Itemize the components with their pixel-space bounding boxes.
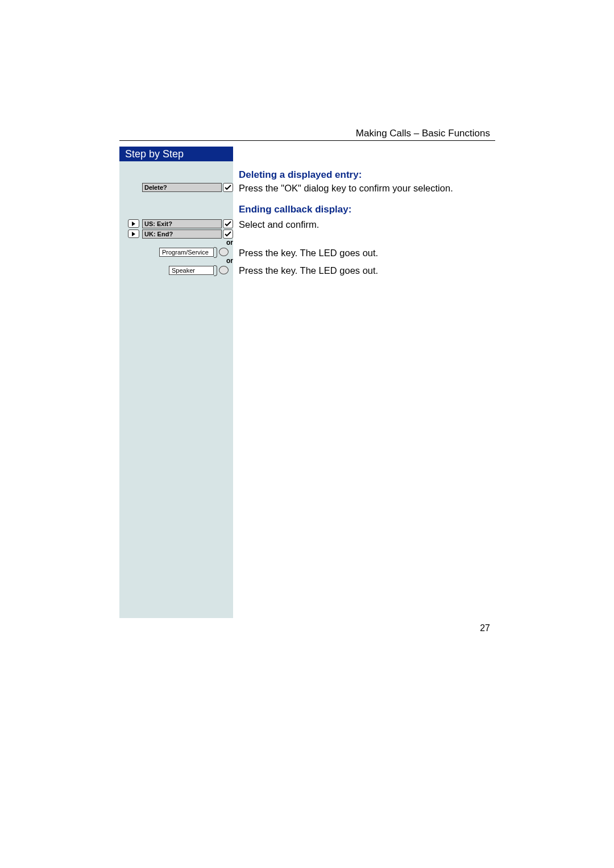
- header-rule: [119, 140, 495, 141]
- connector-or: or: [226, 257, 233, 265]
- text-press-led-2: Press the key. The LED goes out.: [239, 265, 378, 276]
- scroll-arrow-icon: [128, 229, 139, 238]
- text-select-confirm: Select and confirm.: [239, 219, 319, 230]
- sidebar-title: Step by Step: [119, 147, 233, 161]
- display-uk-end: UK: End?: [142, 229, 222, 239]
- ok-checkmark-icon: [223, 229, 233, 239]
- key-end-cap: [214, 265, 217, 276]
- led-icon: [219, 266, 229, 274]
- display-delete: Delete?: [142, 183, 222, 192]
- page: Making Calls – Basic Functions Step by S…: [0, 0, 614, 868]
- ok-checkmark-icon: [223, 219, 233, 228]
- text-confirm-ok: Press the "OK" dialog key to confirm you…: [239, 183, 453, 194]
- scroll-arrow-icon: [128, 219, 139, 228]
- connector-or: or: [226, 239, 233, 247]
- key-speaker: Speaker: [169, 266, 214, 275]
- ok-checkmark-icon: [223, 183, 233, 192]
- led-icon: [219, 248, 229, 256]
- heading-deleting-entry: Deleting a displayed entry:: [239, 169, 362, 181]
- display-us-exit: US: Exit?: [142, 219, 222, 228]
- key-end-cap: [214, 247, 217, 258]
- page-number: 27: [480, 623, 490, 633]
- text-press-led-1: Press the key. The LED goes out.: [239, 248, 378, 258]
- key-program-service: Program/Service: [159, 248, 214, 257]
- step-sidebar: Step by Step: [119, 147, 233, 618]
- heading-ending-callback: Ending callback display:: [239, 204, 351, 215]
- running-header: Making Calls – Basic Functions: [356, 128, 490, 139]
